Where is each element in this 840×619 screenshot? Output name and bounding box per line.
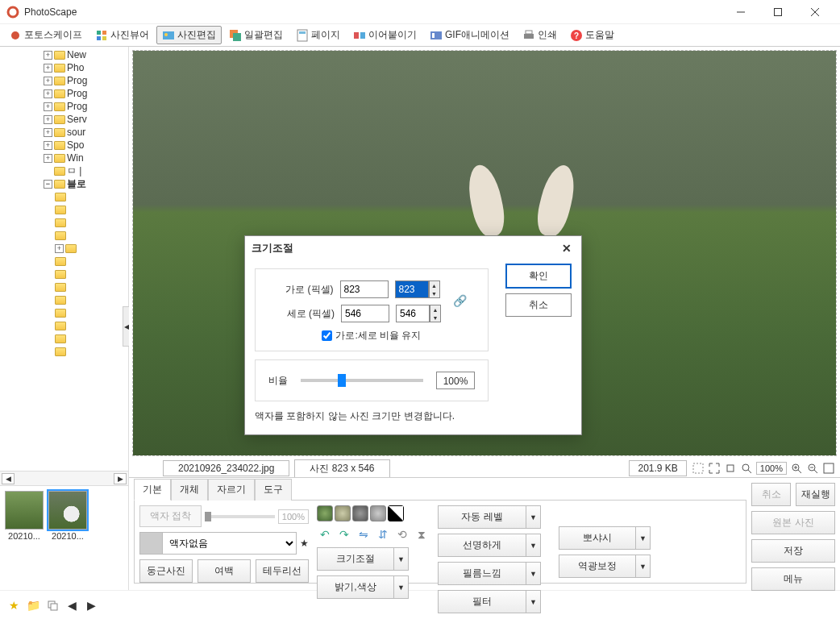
- rotate-left-icon[interactable]: ↶: [317, 526, 333, 542]
- tree-item[interactable]: [55, 229, 128, 242]
- sharpen-dropdown[interactable]: ▼: [526, 534, 541, 557]
- spin-up-icon[interactable]: ▲: [430, 305, 440, 314]
- round-photo-button[interactable]: 둥근사진: [139, 559, 193, 583]
- tree-item[interactable]: [55, 293, 128, 306]
- tree-item[interactable]: +Win: [44, 152, 128, 164]
- favorite-icon[interactable]: ★: [300, 538, 309, 549]
- tree-item[interactable]: [55, 306, 128, 319]
- spin-up-icon[interactable]: ▲: [430, 281, 439, 289]
- expand-icon[interactable]: +: [44, 77, 52, 85]
- star-icon[interactable]: ★: [6, 598, 21, 613]
- rotate-right-icon[interactable]: ↷: [336, 526, 352, 542]
- bloom-dropdown[interactable]: ▼: [636, 526, 651, 550]
- spin-down-icon[interactable]: ▼: [430, 314, 440, 322]
- tree-item[interactable]: +sour: [44, 126, 128, 139]
- zoom-in-icon[interactable]: [790, 462, 803, 475]
- film-dropdown[interactable]: ▼: [526, 562, 541, 585]
- expand-icon[interactable]: +: [44, 102, 52, 111]
- tab-combine[interactable]: 이어붙이기: [347, 26, 422, 44]
- tree-item[interactable]: ㅁ |: [44, 164, 128, 177]
- redo-button[interactable]: 재실행: [796, 483, 835, 506]
- thumbnail[interactable]: 20210...: [5, 491, 44, 541]
- tree-item[interactable]: +: [55, 242, 128, 255]
- tab-tools[interactable]: 도구: [255, 479, 292, 501]
- border-button[interactable]: 테두리선: [256, 559, 309, 583]
- tree-item[interactable]: [55, 268, 128, 280]
- swatch[interactable]: [317, 505, 333, 521]
- maximize-button[interactable]: [759, 0, 796, 24]
- swatch[interactable]: [335, 505, 351, 521]
- folder-open-icon[interactable]: 📁: [26, 598, 40, 613]
- tab-object[interactable]: 개체: [171, 479, 208, 501]
- swatch-invert[interactable]: [388, 505, 404, 521]
- height-target-input[interactable]: [396, 305, 430, 322]
- tree-item[interactable]: +Prog: [44, 100, 128, 113]
- tab-crop[interactable]: 자르기: [208, 479, 255, 501]
- backlight-button[interactable]: 역광보정: [559, 555, 636, 578]
- expand-icon[interactable]: +: [44, 141, 52, 150]
- brightness-dropdown[interactable]: ▼: [394, 575, 409, 599]
- tree-item-selected[interactable]: −블로: [44, 177, 128, 190]
- keep-ratio-checkbox[interactable]: [322, 330, 332, 341]
- frame-select[interactable]: 액자없음: [139, 532, 297, 555]
- expand-icon[interactable]: +: [44, 51, 52, 60]
- height-input[interactable]: [341, 305, 389, 322]
- tree-item[interactable]: [55, 319, 128, 332]
- close-button[interactable]: [796, 0, 834, 24]
- ok-button[interactable]: 확인: [505, 264, 572, 289]
- scroll-right-icon[interactable]: ▶: [114, 473, 127, 484]
- flip-h-icon[interactable]: ⇋: [356, 526, 372, 542]
- grid-icon[interactable]: [692, 462, 705, 475]
- tab-batch[interactable]: 일괄편집: [223, 26, 289, 44]
- tab-editor[interactable]: 사진편집: [156, 26, 222, 44]
- tab-page[interactable]: 페이지: [290, 26, 346, 44]
- cancel-button[interactable]: 취소: [505, 293, 572, 317]
- ratio-slider[interactable]: [301, 379, 423, 382]
- width-spinner[interactable]: ▲▼: [429, 280, 440, 298]
- autolevel-button[interactable]: 자동 레벨: [438, 505, 526, 529]
- straighten-icon[interactable]: ⧗: [414, 526, 430, 542]
- dialog-close-button[interactable]: ✕: [559, 242, 575, 255]
- margin-button[interactable]: 여백: [198, 559, 251, 583]
- next-icon[interactable]: ▶: [84, 598, 98, 613]
- undo-button[interactable]: 취소: [751, 483, 791, 506]
- expand-icon[interactable]: +: [44, 128, 52, 137]
- save-button[interactable]: 저장: [751, 539, 835, 563]
- tree-item[interactable]: [55, 203, 128, 216]
- tree-item[interactable]: +New: [44, 48, 128, 61]
- tree-item[interactable]: [55, 255, 128, 268]
- swatch[interactable]: [370, 505, 386, 521]
- frame-opacity-slider[interactable]: [205, 515, 275, 518]
- prev-icon[interactable]: ◀: [64, 598, 79, 613]
- expand-icon[interactable]: +: [44, 154, 52, 163]
- menu-button[interactable]: 메뉴: [751, 567, 835, 591]
- width-target-input[interactable]: [395, 280, 429, 298]
- width-input[interactable]: [340, 280, 389, 298]
- zoom-out-icon[interactable]: [806, 462, 819, 475]
- tree-item[interactable]: [55, 332, 128, 345]
- height-spinner[interactable]: ▲▼: [430, 305, 441, 322]
- tree-item[interactable]: +Prog: [44, 87, 128, 100]
- bloom-button[interactable]: 뽀샤시: [559, 526, 636, 550]
- folder-tree[interactable]: +New +Pho +Prog +Prog +Prog +Serv +sour …: [0, 47, 128, 471]
- thumbnail-selected[interactable]: 20210...: [48, 491, 87, 541]
- fit-icon[interactable]: [708, 462, 721, 475]
- zoom-icon[interactable]: [740, 462, 753, 475]
- tree-item[interactable]: [55, 345, 128, 358]
- copy-icon[interactable]: [45, 598, 60, 613]
- expand-icon[interactable]: +: [44, 89, 52, 98]
- tab-photoscape[interactable]: 포토스케이프: [3, 26, 88, 44]
- link-icon[interactable]: 🔗: [453, 294, 467, 307]
- tab-basic[interactable]: 기본: [134, 479, 171, 501]
- swatch[interactable]: [352, 505, 368, 521]
- original-button[interactable]: 원본 사진: [751, 511, 835, 534]
- resize-button[interactable]: 크기조절: [317, 547, 394, 571]
- actual-icon[interactable]: [724, 462, 737, 475]
- minimize-button[interactable]: [722, 0, 759, 24]
- tree-item[interactable]: +Prog: [44, 74, 128, 87]
- filter-button[interactable]: 필터: [438, 590, 526, 613]
- tree-item[interactable]: [55, 280, 128, 293]
- flip-v-icon[interactable]: ⇵: [375, 526, 391, 542]
- filter-dropdown[interactable]: ▼: [526, 590, 541, 613]
- scroll-left-icon[interactable]: ◀: [2, 473, 15, 484]
